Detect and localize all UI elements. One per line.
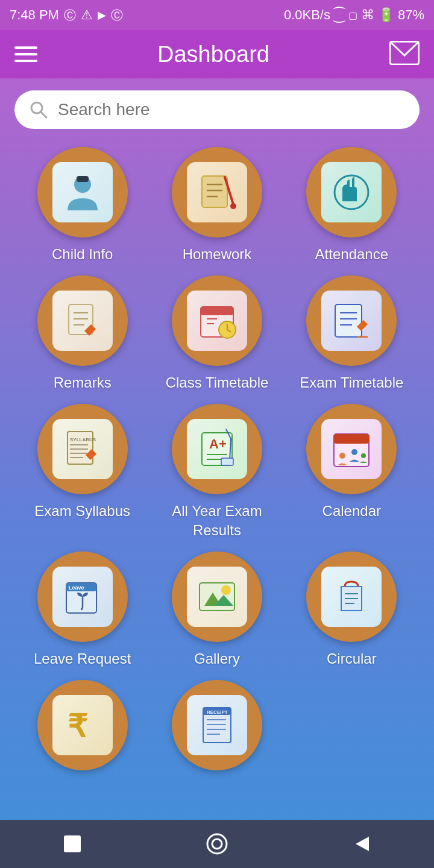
remarks-label: Remarks	[54, 373, 112, 392]
grid-item-exam-timetable[interactable]: Exam Timetable	[288, 275, 416, 392]
leave-request-circle: Leave	[37, 552, 128, 642]
exam-syllabus-circle: SYLLABUS	[37, 404, 128, 494]
svg-rect-39	[221, 458, 233, 465]
search-input[interactable]	[58, 100, 405, 119]
svg-point-10	[230, 203, 236, 209]
rupee-circle: ₹	[37, 680, 128, 770]
svg-rect-5	[202, 176, 227, 207]
receipt-icon: RECEIPT	[187, 695, 247, 755]
svg-marker-68	[356, 837, 369, 851]
circular-icon	[321, 567, 382, 627]
leave-request-label: Leave Request	[34, 649, 131, 668]
alert-icon: ⚠	[81, 7, 93, 23]
bluetooth-icon: ⁐	[334, 7, 345, 23]
battery-icon: 🔋	[378, 7, 394, 23]
svg-text:RECEIPT: RECEIPT	[207, 709, 228, 715]
svg-line-2	[41, 112, 46, 118]
svg-text:₹: ₹	[68, 709, 88, 744]
svg-point-66	[207, 834, 227, 854]
svg-point-43	[339, 453, 345, 459]
grid-item-all-year-results[interactable]: A+ All Year Exam Results	[153, 404, 281, 539]
circular-circle	[306, 552, 397, 642]
mail-icon	[389, 41, 420, 65]
grid-item-child-info[interactable]: Child Info	[18, 147, 146, 263]
status-bar: 7:48 PM Ⓒ ⚠ ▶ Ⓒ 0.0KB/s ⁐ ▢ ⌘ 🔋 87%	[0, 0, 434, 30]
child-info-label: Child Info	[52, 245, 113, 263]
hamburger-line-2	[14, 53, 37, 55]
calendar-label: Calendar	[322, 502, 381, 520]
svg-text:A+: A+	[209, 436, 227, 451]
exam-syllabus-label: Exam Syllabus	[34, 502, 130, 520]
search-icon	[29, 100, 48, 119]
hamburger-line-3	[14, 60, 37, 62]
search-bar[interactable]	[14, 90, 420, 129]
class-timetable-icon	[187, 291, 247, 351]
grid-item-homework[interactable]: Homework	[153, 147, 281, 263]
bottom-navigation	[0, 820, 434, 868]
homework-label: Homework	[183, 245, 252, 263]
exam-timetable-circle	[306, 275, 397, 366]
circular-label: Circular	[327, 649, 377, 668]
back-button[interactable]	[345, 828, 379, 861]
child-info-circle	[37, 147, 128, 237]
rupee-icon: ₹	[52, 695, 113, 755]
class-timetable-circle	[172, 275, 262, 366]
calendar-circle	[306, 404, 397, 494]
all-year-results-icon: A+	[187, 419, 247, 479]
homework-circle	[172, 147, 262, 237]
battery-pct: 87%	[398, 7, 424, 23]
svg-point-45	[361, 453, 366, 458]
dashboard-grid: Child Info Homework	[0, 135, 434, 790]
exam-timetable-icon	[321, 291, 382, 351]
svg-point-67	[212, 839, 222, 849]
p2-icon: Ⓒ	[111, 7, 123, 24]
svg-rect-4	[77, 176, 89, 182]
sim-icon: ▢	[348, 10, 357, 21]
back-icon	[351, 833, 373, 855]
grid-item-class-timetable[interactable]: Class Timetable	[153, 275, 281, 392]
grid-item-exam-syllabus[interactable]: SYLLABUS Exam Syllabus	[18, 404, 146, 539]
svg-text:Leave: Leave	[69, 585, 84, 591]
gallery-circle	[172, 552, 262, 642]
grid-item-gallery[interactable]: Gallery	[153, 552, 281, 668]
status-right: 0.0KB/s ⁐ ▢ ⌘ 🔋 87%	[284, 7, 424, 23]
mail-button[interactable]	[389, 41, 420, 68]
svg-text:SYLLABUS: SYLLABUS	[70, 437, 96, 442]
attendance-label: Attendance	[315, 245, 388, 263]
gallery-label: Gallery	[194, 649, 240, 668]
receipt-circle: RECEIPT	[172, 680, 262, 770]
remarks-circle	[37, 275, 128, 366]
remarks-icon	[52, 291, 113, 351]
grid-item-circular[interactable]: Circular	[288, 552, 416, 668]
hamburger-menu[interactable]	[14, 46, 37, 62]
page-title: Dashboard	[157, 42, 269, 68]
youtube-icon: ▶	[98, 8, 106, 22]
home-icon	[205, 832, 229, 856]
home-button[interactable]	[201, 828, 234, 861]
grid-item-leave-request[interactable]: Leave Leave Request	[18, 552, 146, 668]
svg-rect-18	[201, 307, 233, 315]
child-info-icon	[52, 162, 113, 222]
homework-icon	[187, 162, 247, 222]
attendance-icon	[321, 162, 382, 222]
exam-timetable-label: Exam Timetable	[300, 373, 403, 392]
stop-button[interactable]	[56, 828, 89, 861]
grid-item-remarks[interactable]: Remarks	[18, 275, 146, 392]
p-icon: Ⓒ	[64, 7, 76, 24]
search-container	[0, 78, 434, 135]
all-year-results-circle: A+	[172, 404, 262, 494]
svg-rect-24	[335, 304, 362, 337]
gallery-icon	[187, 567, 247, 627]
grid-item-rupee[interactable]: ₹	[18, 680, 146, 778]
grid-item-attendance[interactable]: Attendance	[288, 147, 416, 263]
svg-point-53	[221, 585, 231, 595]
status-left: 7:48 PM Ⓒ ⚠ ▶ Ⓒ	[10, 7, 123, 24]
time-display: 7:48 PM	[10, 7, 59, 23]
grid-item-calendar[interactable]: Calendar	[288, 404, 416, 539]
wifi-icon: ⌘	[361, 7, 374, 23]
grid-item-receipt[interactable]: RECEIPT	[153, 680, 281, 778]
class-timetable-label: Class Timetable	[166, 373, 269, 392]
attendance-circle	[306, 147, 397, 237]
exam-syllabus-icon: SYLLABUS	[52, 419, 113, 479]
svg-rect-41	[334, 434, 369, 444]
